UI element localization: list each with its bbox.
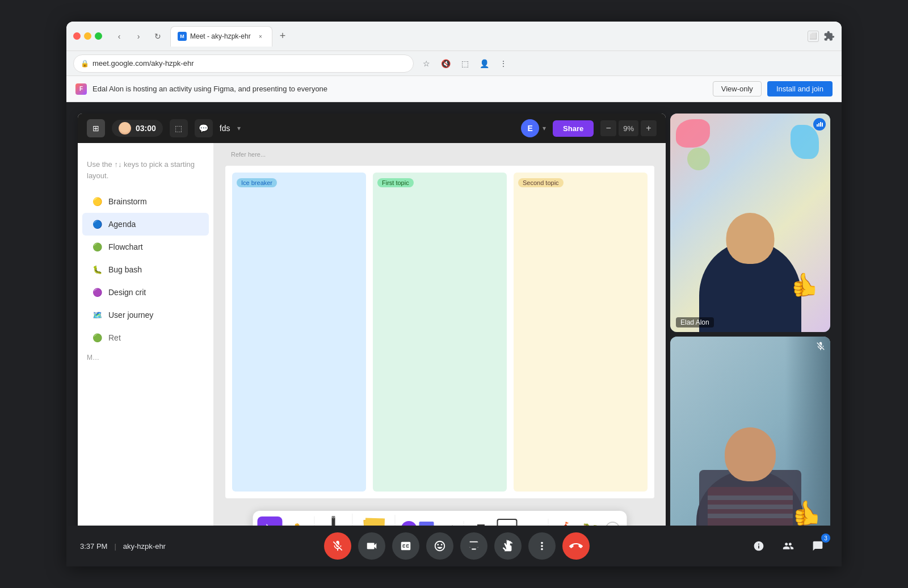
user-journey-label: User journey: [108, 310, 153, 320]
share-button[interactable]: Share: [553, 120, 594, 137]
time-info: 3:37 PM | aky-hzpk-ehr: [80, 542, 166, 551]
people-icon: [783, 540, 794, 552]
captions-button[interactable]: [392, 532, 419, 560]
chat-badge-container: 3: [808, 536, 828, 556]
art-blob-2: [791, 125, 819, 159]
agenda-icon: 🔵: [91, 219, 103, 230]
canvas-hint: Refer here...: [231, 151, 266, 158]
more-options-button[interactable]: [528, 532, 556, 560]
minimize-window-button[interactable]: [84, 32, 91, 40]
layout-item-flowchart[interactable]: 🟢 Flowchart: [82, 236, 209, 258]
figma-body: Use the ↑↓ keys to pick a starting layou…: [78, 143, 666, 555]
camera-icon: [365, 540, 378, 552]
video-feed-elad: 👍: [670, 114, 830, 332]
traffic-lights: [73, 32, 102, 40]
layout-hint: Use the ↑↓ keys to pick a starting layou…: [78, 152, 213, 190]
mic-off-indicator: [815, 341, 826, 354]
screen-cast-icon[interactable]: ⬚: [457, 56, 473, 72]
view-only-button[interactable]: View-only: [713, 81, 762, 96]
controls-right: 3: [749, 536, 828, 556]
bug-bash-label: Bug bash: [108, 265, 142, 274]
extension-button[interactable]: ⬜: [808, 31, 819, 42]
layout-item-user-journey[interactable]: 🗺️ User journey: [82, 304, 209, 326]
new-tab-button[interactable]: +: [275, 28, 291, 44]
mute-tab-icon[interactable]: 🔇: [438, 56, 453, 72]
profile-icon[interactable]: 👤: [476, 56, 492, 72]
more-vert-icon: [536, 540, 548, 552]
design-crit-label: Design crit: [108, 288, 146, 297]
more-label: M…: [78, 349, 213, 366]
mute-button[interactable]: [324, 532, 351, 560]
close-window-button[interactable]: [73, 32, 81, 40]
back-button[interactable]: ‹: [111, 28, 127, 44]
file-dropdown-icon[interactable]: ▾: [237, 124, 241, 132]
notification-bar: F Edal Alon is hosting an activity using…: [66, 76, 842, 102]
reload-button[interactable]: ↻: [150, 28, 166, 44]
camera-button[interactable]: [358, 532, 385, 560]
layout-item-bug-bash[interactable]: 🐛 Bug bash: [82, 258, 209, 281]
notification-text: Edal Alon is hosting an activity using F…: [93, 85, 707, 93]
first-topic-label: First topic: [377, 178, 414, 187]
flowchart-icon: 🟢: [91, 241, 103, 253]
install-join-button[interactable]: Install and join: [767, 81, 833, 96]
zoom-in-button[interactable]: +: [641, 120, 657, 136]
audio-bars-icon: [816, 121, 823, 128]
pages-button[interactable]: ⬚: [170, 119, 188, 137]
ice-breaker-label: Ice breaker: [237, 178, 277, 187]
design-crit-icon: 🟣: [91, 287, 103, 298]
browser-window: ‹ › ↻ M Meet - aky-hzpk-ehr × + ⬜ 🔒 meet…: [66, 22, 842, 566]
mic-off-icon: [815, 341, 826, 351]
lock-icon: 🔒: [81, 60, 89, 68]
menu-icon[interactable]: ⋮: [495, 56, 511, 72]
present-button[interactable]: [460, 532, 487, 560]
figma-left-panel: Use the ↑↓ keys to pick a starting layou…: [78, 143, 214, 555]
mic-off-icon: [331, 540, 344, 552]
art-blob-1: [676, 119, 710, 148]
participants-button[interactable]: [778, 536, 798, 556]
name-tag-elad: Elad Alon: [676, 317, 714, 327]
zoom-label[interactable]: 9%: [619, 120, 638, 136]
forward-button[interactable]: ›: [131, 28, 146, 44]
raise-hand-icon: [502, 540, 514, 552]
controls-center: [166, 532, 749, 560]
comments-button[interactable]: 💬: [195, 119, 213, 137]
browser-toolbar: 🔒 meet.google.com/aky-hzpk-ehr ☆ 🔇 ⬚ 👤 ⋮: [66, 51, 842, 76]
emoji-button[interactable]: [426, 532, 453, 560]
user-dropdown-icon[interactable]: ▾: [543, 124, 546, 132]
layout-item-brainstorm[interactable]: 🟡 Brainstorm: [82, 190, 209, 213]
figma-canvas[interactable]: Refer here... Ice breaker First topic Se…: [214, 143, 666, 555]
flowchart-label: Flowchart: [108, 242, 143, 251]
nav-buttons: ‹ › ↻: [111, 28, 166, 44]
end-call-icon: [569, 539, 583, 553]
video-panel-elad: 👍 Elad Alon: [670, 114, 830, 332]
chat-badge-count: 3: [821, 534, 830, 543]
layout-item-retro[interactable]: 🟢 Ret: [82, 326, 209, 349]
figma-menu-button[interactable]: ⊞: [87, 119, 105, 137]
canvas-frame: Ice breaker First topic Second topic: [225, 166, 654, 498]
bookmark-icon[interactable]: ☆: [418, 56, 434, 72]
second-topic-column: Second topic: [514, 173, 648, 492]
info-icon: [753, 540, 764, 552]
raise-hand-button[interactable]: [494, 532, 522, 560]
address-bar[interactable]: 🔒 meet.google.com/aky-hzpk-ehr: [73, 54, 414, 73]
url-text: meet.google.com/aky-hzpk-ehr: [93, 59, 194, 68]
tab-close-button[interactable]: ×: [256, 32, 265, 41]
brainstorm-label: Brainstorm: [108, 197, 147, 206]
info-button[interactable]: [749, 536, 769, 556]
figma-panel: ⊞ 03:00 ⬚ 💬 fds ▾ E ▾ Share −: [78, 114, 666, 555]
layout-item-design-crit[interactable]: 🟣 Design crit: [82, 281, 209, 304]
video-panel-francois: 👍 Francois: [670, 337, 830, 555]
user-avatar-button[interactable]: E: [521, 119, 539, 137]
svg-rect-7: [822, 123, 823, 127]
tab-favicon: M: [178, 32, 187, 41]
user-journey-icon: 🗺️: [91, 309, 103, 321]
brainstorm-icon: 🟡: [91, 196, 103, 207]
end-call-button[interactable]: [562, 532, 590, 560]
zoom-out-button[interactable]: −: [600, 120, 616, 136]
thumbs-up-2: 👍: [792, 499, 822, 527]
separator: |: [114, 542, 116, 551]
maximize-window-button[interactable]: [95, 32, 102, 40]
layout-item-agenda[interactable]: 🔵 Agenda: [82, 213, 209, 236]
active-tab[interactable]: M Meet - aky-hzpk-ehr ×: [170, 26, 272, 47]
meeting-id: aky-hzpk-ehr: [123, 542, 166, 551]
